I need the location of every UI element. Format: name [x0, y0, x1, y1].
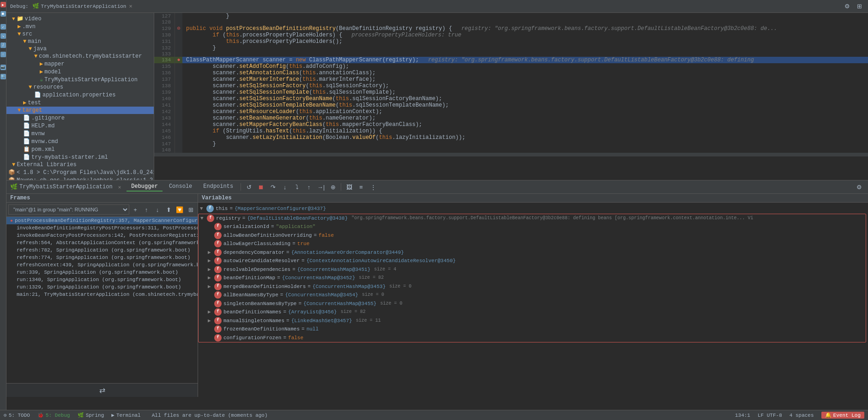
var-expand-this[interactable]: ▼: [200, 205, 206, 213]
tree-item-video[interactable]: ▼ 📁 video: [6, 15, 154, 23]
var-item-singletonBeanNamesByType[interactable]: ▶ f singletonBeanNamesByType = {Concurre…: [199, 300, 866, 308]
tree-item-mvn[interactable]: ▶ .mvn: [6, 23, 154, 30]
toolbar-step-over-btn[interactable]: ↷: [268, 182, 278, 192]
var-expand-beanDefinitionNames[interactable]: ▶: [208, 308, 214, 316]
status-tab-debug[interactable]: 🐞 5: Debug: [37, 412, 70, 418]
status-tab-terminal[interactable]: ▶ Terminal: [111, 412, 140, 418]
debug-close-x[interactable]: ✕: [118, 184, 121, 190]
tree-item-jdk[interactable]: 📦 < 1.8 > C:\Program Files\Java\jdk1.8.0…: [6, 168, 154, 176]
toolbar-stop-btn[interactable]: ⏹: [256, 182, 266, 192]
tree-item-com[interactable]: ▼ com.shinetech.trymybatisstarter: [6, 53, 154, 60]
var-item-allowEagerClassLoading[interactable]: ▶ f allowEagerClassLoading = true: [199, 240, 866, 248]
tree-item-mvnw[interactable]: 📄 mvnw: [6, 130, 154, 138]
toolbar-force-step-into-btn[interactable]: ⤵: [292, 182, 302, 192]
frames-copy-btn[interactable]: ⊞: [186, 204, 196, 215]
toolbar-restart-btn[interactable]: ↺: [244, 182, 254, 192]
frame-item-5[interactable]: refresh:774, SpringApplication (org.spri…: [6, 254, 198, 261]
frame-item-8[interactable]: run:1340, SpringApplication (org.springf…: [6, 276, 198, 283]
frames-transfer-btn[interactable]: ⇄: [97, 385, 107, 396]
var-item-allBeanNamesByType[interactable]: ▶ f allBeanNamesByType = {ConcurrentHash…: [199, 291, 866, 300]
var-item-configurationFrozen[interactable]: ▶ f configurationFrozen = false: [199, 334, 866, 342]
frame-item-0[interactable]: ● postProcessBeanDefinitionRegistry:357,…: [6, 217, 198, 224]
status-tab-spring[interactable]: 🌿 Spring: [78, 412, 104, 418]
var-expand-registry[interactable]: ▼: [200, 215, 207, 222]
frame-item-10[interactable]: main:21, TryMybatisStarterApplication (c…: [6, 291, 198, 298]
var-expand-autowireCandidateResolver[interactable]: ▶: [208, 257, 214, 265]
toolbar-evaluate-btn[interactable]: ⊕: [328, 182, 338, 192]
tree-item-pom[interactable]: 📋 pom.xml: [6, 145, 154, 153]
var-item-allowBeanDefOverriding[interactable]: ▶ f allowBeanDefinitionOverriding = fals…: [199, 231, 866, 240]
tree-item-ext-libs[interactable]: ▼ External Libraries: [6, 161, 154, 168]
sidebar-icon-2[interactable]: ⏹: [0, 11, 6, 17]
tree-item-main[interactable]: ▼ main: [6, 38, 154, 45]
var-item-registry[interactable]: ▼ f registry = {DefaultListableBeanFacto…: [199, 214, 866, 223]
thread-selector[interactable]: "main"@1 in group "main": RUNNING: [8, 204, 129, 215]
frames-export-btn[interactable]: ⬆: [163, 204, 174, 215]
var-item-beanDefinitionNames[interactable]: ▶ f beanDefinitionNames = {ArrayList@345…: [199, 308, 866, 317]
frames-add-btn[interactable]: +: [130, 204, 140, 215]
var-item-autowireCandidateResolver[interactable]: ▶ f autowireCandidateResolver = {Context…: [199, 257, 866, 265]
debug-close-icon[interactable]: ✕: [129, 3, 132, 10]
var-expand-beanDefinitionMap[interactable]: ▶: [208, 274, 214, 282]
var-item-manualSingletonNames[interactable]: ▶ f manualSingletonNames = {LinkedHashSe…: [199, 317, 866, 325]
var-expand-serializationId[interactable]: ▶: [208, 223, 214, 231]
toolbar-step-out-btn[interactable]: ↑: [304, 182, 314, 192]
toolbar-step-into-btn[interactable]: ↓: [280, 182, 290, 192]
tree-item-mapper[interactable]: ▶ mapper: [6, 60, 154, 68]
frame-item-6[interactable]: refreshContext:439, SpringApplication (o…: [6, 261, 198, 269]
layout-button[interactable]: ⊞: [854, 1, 864, 12]
tree-item-app-class[interactable]: ☕ TryMybatisStarterApplication: [6, 76, 154, 84]
var-expand-dependencyComparator[interactable]: ▶: [208, 249, 214, 257]
tree-item-help[interactable]: 📄 HELP.md: [6, 122, 154, 130]
tab-debugger[interactable]: Debugger: [127, 182, 163, 192]
frame-item-2[interactable]: invokeBeanFactoryPostProcessors:142, Pos…: [6, 232, 198, 239]
tree-item-iml[interactable]: 📄 try-mybatis-starter.iml: [6, 153, 154, 161]
settings-button[interactable]: ⚙: [842, 1, 852, 12]
tree-item-gitignore[interactable]: 📄 .gitignore: [6, 114, 154, 122]
frames-list[interactable]: ● postProcessBeanDefinitionRegistry:357,…: [6, 217, 198, 383]
frame-item-4[interactable]: refresh:782, SpringApplication (org.spri…: [6, 246, 198, 254]
var-item-this[interactable]: ▼ f this = {MapperScannerConfigurer@3437…: [198, 204, 868, 213]
sidebar-icon-8[interactable]: 🔍: [0, 74, 6, 79]
var-expand-mergedBeanDefinitionHolders[interactable]: ▶: [208, 283, 214, 291]
sidebar-icon-7[interactable]: 📷: [0, 65, 6, 70]
var-item-mergedBeanDefinitionHolders[interactable]: ▶ f mergedBeanDefinitionHolders = {Concu…: [199, 282, 866, 291]
sidebar-icon-5[interactable]: ⤴: [0, 42, 6, 48]
tree-item-java[interactable]: ▼ java: [6, 45, 154, 53]
editor-scrollbar-h[interactable]: [154, 153, 868, 156]
variables-list[interactable]: ▼ f this = {MapperScannerConfigurer@3437…: [198, 203, 868, 397]
tree-item-application-props[interactable]: 📄 application.properties: [6, 91, 154, 99]
tree-item-mvnw-cmd[interactable]: 📄 mvnw.cmd: [6, 138, 154, 145]
toolbar-settings-btn[interactable]: ⚙: [854, 182, 864, 192]
tab-endpoints[interactable]: Endpoints: [199, 182, 238, 192]
var-item-beanDefinitionMap[interactable]: ▶ f beanDefinitionMap = {ConcurrentHashM…: [199, 274, 866, 282]
tree-item-target[interactable]: ▼ target: [6, 107, 154, 114]
sidebar-icon-6[interactable]: ↑: [0, 52, 6, 57]
status-tab-todo[interactable]: ⊙ 5: TODO: [4, 412, 30, 418]
tree-item-test[interactable]: ▶ test: [6, 99, 154, 107]
frames-filter-btn[interactable]: 🔽: [175, 204, 185, 215]
sidebar-icon-1[interactable]: ▶: [0, 2, 6, 7]
frames-up-btn[interactable]: ↑: [141, 204, 151, 215]
toolbar-more-btn[interactable]: ⋮: [368, 182, 378, 192]
toolbar-threads-btn[interactable]: ≡: [356, 182, 366, 192]
file-tree[interactable]: ▼ 📁 video ▶ .mvn ▼ src: [6, 13, 154, 180]
var-item-serializationId[interactable]: ▶ f serializationId = "application": [199, 222, 866, 231]
sidebar-icon-4[interactable]: ↘: [0, 33, 6, 39]
var-item-resolvableDependencies[interactable]: ▶ f resolvableDependencies = {Concurrent…: [199, 265, 866, 274]
tab-console[interactable]: Console: [164, 182, 197, 192]
var-item-dependencyComparator[interactable]: ▶ f dependencyComparator = {AnnotationAw…: [199, 248, 866, 257]
frame-item-9[interactable]: run:1329, SpringApplication (org.springf…: [6, 283, 198, 291]
frame-item-1[interactable]: invokeBeanDefinitionRegistryPostProcesso…: [6, 224, 198, 232]
tree-item-model[interactable]: ▶ model: [6, 68, 154, 76]
frame-item-7[interactable]: run:339, SpringApplication (org.springfr…: [6, 269, 198, 276]
tree-item-src[interactable]: ▼ src: [6, 30, 154, 38]
toolbar-frames-btn[interactable]: 🖼: [344, 182, 354, 192]
tree-item-logback-classic[interactable]: 📦 Maven: ch.qos.logback:logback-classic:…: [6, 176, 154, 180]
var-expand-resolvableDependencies[interactable]: ▶: [208, 266, 214, 274]
toolbar-run-cursor-btn[interactable]: →|: [316, 182, 326, 192]
frame-item-3[interactable]: refresh:564, AbstractApplicationContext …: [6, 239, 198, 246]
frames-down-btn[interactable]: ↓: [152, 204, 163, 215]
var-item-frozenBeanDefinitionNames[interactable]: ▶ f frozenBeanDefinitionNames = null: [199, 325, 866, 334]
event-log-button[interactable]: 🔔 Event Log: [821, 412, 864, 419]
